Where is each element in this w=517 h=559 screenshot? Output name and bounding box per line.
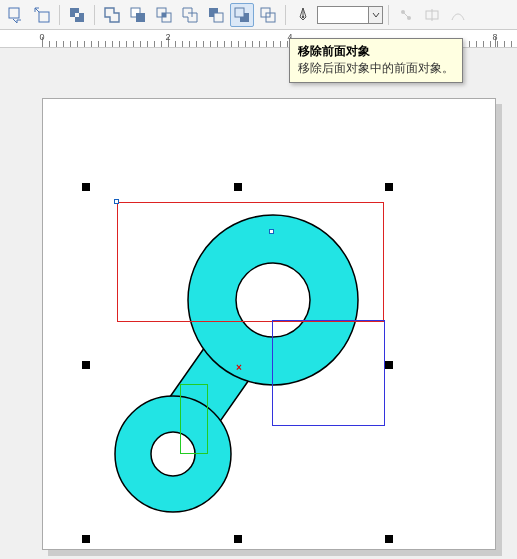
ruler-number: 8	[492, 32, 497, 42]
svg-line-20	[403, 12, 409, 18]
intersect-icon[interactable]	[152, 3, 176, 27]
selection-center-marker: ×	[236, 362, 242, 373]
figure-shape[interactable]	[43, 99, 497, 551]
align-snap-a-icon	[394, 3, 418, 27]
selection-handle[interactable]	[82, 183, 90, 191]
selection-handle[interactable]	[234, 535, 242, 543]
green-rectangle[interactable]	[180, 384, 208, 454]
workspace[interactable]: ×	[0, 48, 517, 559]
subtract-front-icon[interactable]	[204, 3, 228, 27]
red-rectangle[interactable]	[117, 202, 384, 322]
toolbar-separator	[94, 5, 95, 25]
property-bar	[0, 0, 517, 30]
svg-rect-1	[39, 12, 49, 22]
align-snap-b-icon	[420, 3, 444, 27]
control-node[interactable]	[114, 199, 119, 204]
tooltip: 移除前面对象 移除后面对象中的前面对象。	[289, 38, 463, 83]
selection-handle[interactable]	[82, 535, 90, 543]
svg-rect-0	[9, 8, 19, 18]
boundary-icon[interactable]	[256, 3, 280, 27]
pick-object-b-icon[interactable]	[30, 3, 54, 27]
fill-dropdown[interactable]	[369, 6, 383, 24]
svg-rect-11	[214, 13, 223, 22]
toolbar-separator	[388, 5, 389, 25]
fill-swatch[interactable]	[317, 6, 369, 24]
chevron-down-icon	[372, 11, 380, 19]
tooltip-title: 移除前面对象	[298, 43, 454, 60]
selection-handle[interactable]	[385, 535, 393, 543]
svg-rect-13	[235, 8, 244, 17]
ruler-number: 2	[165, 32, 170, 42]
selection-handle[interactable]	[385, 361, 393, 369]
selection-handle[interactable]	[82, 361, 90, 369]
svg-point-17	[302, 15, 305, 18]
svg-rect-4	[75, 13, 79, 17]
toolbar-separator	[59, 5, 60, 25]
pathfinder-exclude-icon[interactable]	[65, 3, 89, 27]
svg-rect-6	[136, 13, 145, 22]
page[interactable]: ×	[42, 98, 496, 550]
selection-handle[interactable]	[385, 183, 393, 191]
tooltip-desc: 移除后面对象中的前面对象。	[298, 60, 454, 77]
fill-control	[317, 6, 383, 24]
selection-handle[interactable]	[234, 183, 242, 191]
blue-rectangle[interactable]	[272, 320, 385, 426]
toolbar-separator	[285, 5, 286, 25]
remove-back-icon[interactable]	[230, 3, 254, 27]
pick-object-a-icon[interactable]	[4, 3, 28, 27]
union-icon[interactable]	[100, 3, 124, 27]
svg-rect-9	[162, 13, 166, 17]
simplify-icon[interactable]	[178, 3, 202, 27]
pen-tool-icon[interactable]	[291, 3, 315, 27]
control-node[interactable]	[269, 229, 274, 234]
trim-icon[interactable]	[126, 3, 150, 27]
ruler-number: 0	[39, 32, 44, 42]
align-snap-c-icon	[446, 3, 470, 27]
